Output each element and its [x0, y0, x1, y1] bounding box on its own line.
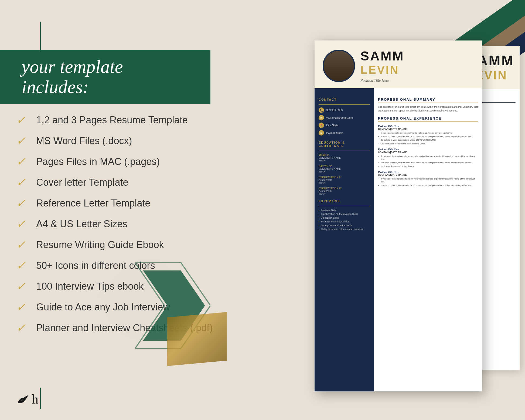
logo-letter: h [32, 392, 38, 407]
edu-master-school: UNIVERSITY NAME [319, 157, 370, 159]
resume-position: Position Title Here [360, 79, 474, 83]
company-2: COMPANY|DATE RANGE [378, 151, 478, 154]
check-icon: ✓ [16, 155, 30, 168]
education-divider [319, 151, 370, 151]
contact-phone-item: 📞 333.333.3333 [319, 107, 370, 113]
phone-icon: 📞 [319, 107, 324, 113]
edu-cert1: CERTIFICATION #1 School/State YEAR [319, 176, 370, 184]
check-icon: ✓ [16, 280, 30, 293]
banner-title: your template includes: [22, 57, 123, 97]
location-icon: 📍 [319, 123, 324, 128]
left-accent-line [40, 22, 41, 54]
email-text: youremail@email.com [326, 116, 353, 119]
checklist-text: MS Word Files (.docx) [36, 135, 132, 147]
job-title-1: Position Title Here [378, 125, 478, 128]
edu-cert2-title: CERTIFICATION #2 [319, 187, 370, 190]
check-icon: ✓ [16, 197, 30, 210]
checklist-text: Reference Letter Template [36, 198, 151, 209]
bottom-accent-line [40, 388, 41, 409]
check-icon: ✓ [16, 300, 30, 314]
edu-cert2-year: YEAR [319, 192, 370, 195]
experience-divider [378, 121, 478, 122]
list-item: ✓ 1,2 and 3 Pages Resume Template [16, 113, 221, 127]
resume-header: SAMM LEVIN Position Title Here [315, 40, 482, 88]
bullet-item: If you want the emphasis to be on yo is … [378, 177, 478, 183]
expertise-item: Analysis Skills [319, 209, 370, 212]
company-1: COMPANY|DATE RANGE [378, 128, 478, 130]
expertise-item: Strong Communication Skills [319, 224, 370, 227]
check-icon: ✓ [16, 217, 30, 231]
expertise-divider [319, 206, 370, 206]
check-icon: ✓ [16, 113, 30, 127]
bullet-item: For each position, use detailed actio de… [378, 135, 478, 138]
check-icon: ✓ [16, 259, 30, 272]
resume-last-name: LEVIN [360, 63, 474, 76]
expertise-item: Collaboration and Motivation Skills [319, 213, 370, 215]
phone-text: 333.333.3333 [326, 109, 343, 112]
edu-bachelor: BACHELOR UNIVERSITY NAME YEAR [319, 165, 370, 173]
education-section-title: EDUCATION &CERTIFICATE [319, 141, 370, 147]
expertise-item: Strategic Planning Abilities [319, 220, 370, 223]
check-icon: ✓ [16, 321, 30, 334]
wing-icon [16, 394, 30, 405]
bullet-item: Include any specific accomplishment posi… [378, 131, 478, 134]
edu-cert2: CERTIFICATION #2 School/State YEAR [319, 187, 370, 195]
resume-name-section: SAMM LEVIN Position Title Here [360, 49, 474, 83]
list-item: ✓ MS Word Files (.docx) [16, 134, 221, 147]
bullet-item: For each position, use detailed actio de… [378, 161, 478, 164]
kraft-patch [167, 312, 227, 366]
resume-photo [323, 50, 355, 82]
email-icon: ✉ [319, 115, 324, 120]
linkedin-text: in/yourlinkedin [326, 131, 343, 134]
checklist-text: Cover letter Template [36, 177, 128, 188]
contact-location-item: 📍 City, State [319, 123, 370, 128]
check-icon: ✓ [16, 134, 30, 147]
contact-email-item: ✉ youremail@email.com [319, 115, 370, 120]
list-item: ✓ Reference Letter Template [16, 197, 221, 210]
edu-master-degree: MASTER [319, 154, 370, 157]
header-banner: your template includes: [0, 50, 210, 104]
contact-section-title: CONTACT [319, 98, 370, 101]
bullet-item: For each position, use detailed actio de… [378, 184, 478, 187]
experience-title: PROFESSIONAL EXPERIENCE [378, 116, 478, 120]
edu-bachelor-year: YEAR [319, 170, 370, 173]
job-title-3: Position Title Here [378, 171, 478, 174]
resume-sidebar: CONTACT 📞 333.333.3333 ✉ youremail@email… [315, 88, 374, 391]
resume-main: SAMM LEVIN Position Title Here CONTACT 📞… [315, 40, 482, 391]
list-item: ✓ A4 & US Letter Sizes [16, 217, 221, 231]
bullet-item: Describe your responsibilities in c stro… [378, 142, 478, 145]
checklist-text: A4 & US Letter Sizes [36, 218, 127, 230]
resume-preview-area: SAMM LEVIN 📞 ✉ 📍 in EDUCATION & CERTIFIC… [315, 40, 525, 405]
checklist-text: 1,2 and 3 Pages Resume Template [36, 114, 188, 126]
edu-cert2-school: School/State [319, 190, 370, 192]
edu-cert1-title: CERTIFICATION #1 [319, 176, 370, 179]
resume-content: PROFESSIONAL SUMMARY The purpose of this… [374, 88, 482, 391]
brand-logo: h [16, 392, 38, 407]
resume-body: CONTACT 📞 333.333.3333 ✉ youremail@email… [315, 88, 482, 391]
resume-first-name: SAMM [360, 49, 474, 63]
linkedin-icon: in [319, 130, 324, 136]
list-item: ✓ Cover letter Template [16, 176, 221, 189]
edu-bachelor-school: UNIVERSITY NAME [319, 168, 370, 170]
edu-master-year: YEAR [319, 159, 370, 162]
contact-divider [319, 104, 370, 105]
photo-silhouette [324, 51, 354, 81]
expertise-section-title: EXPERTISE [319, 199, 370, 203]
expertise-item: Ability to remain calm in under pressure [319, 228, 370, 231]
job-title-2: Position Title Here [378, 148, 478, 151]
expertise-item: Delegation Skills [319, 216, 370, 219]
summary-divider [378, 103, 478, 103]
edu-cert1-school: School/State [319, 179, 370, 181]
checklist-text: Pages Files in MAC (.pages) [36, 156, 160, 167]
edu-cert1-year: YEAR [319, 181, 370, 184]
edu-bachelor-degree: BACHELOR [319, 165, 370, 168]
location-text: City, State [326, 124, 338, 127]
bullet-item: Be details in your descriptions witho ON… [378, 138, 478, 141]
bullet-item: Limit your description to the three o [378, 165, 478, 168]
summary-text: The purpose of this area is to direct em… [378, 105, 478, 113]
edu-master: MASTER UNIVERSITY NAME YEAR [319, 154, 370, 162]
list-item: ✓ Pages Files in MAC (.pages) [16, 155, 221, 168]
check-icon: ✓ [16, 238, 30, 251]
check-icon: ✓ [16, 176, 30, 189]
company-3: COMPANY|DATE RANGE [378, 174, 478, 176]
